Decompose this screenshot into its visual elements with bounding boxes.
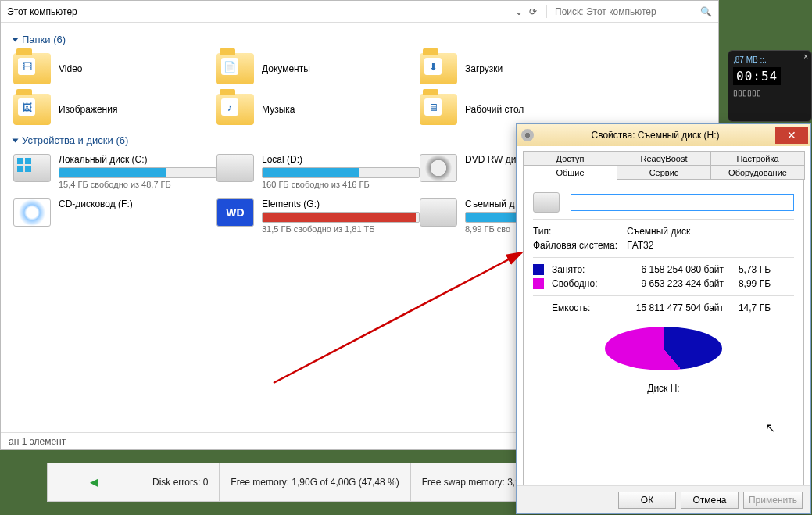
folder-name: Рабочий стол [465, 104, 524, 115]
drive-large-icon [533, 192, 560, 213]
search-icon[interactable]: 🔍 [700, 6, 712, 17]
gadget-mb: ,87 MB ::. [733, 55, 807, 64]
drive-icon [521, 129, 534, 141]
address-bar-row: Этот компьютер ⌄ ⟳ 🔍 [1, 1, 718, 23]
group-folders-count: (6) [53, 34, 66, 45]
group-folders-title: Папки [22, 34, 51, 45]
close-icon[interactable]: × [803, 52, 808, 61]
used-swatch [533, 264, 544, 275]
used-bytes: 6 158 254 080 байт [622, 264, 724, 275]
folder-item[interactable]: 🖥 Рабочий стол [420, 94, 623, 125]
folder-icon: 🎞 [13, 53, 51, 84]
refresh-icon[interactable]: ⟳ [526, 6, 540, 17]
folder-item[interactable]: 🖼 Изображения [13, 94, 216, 125]
search-box[interactable]: 🔍 [546, 5, 718, 18]
folder-icon: 🖥 [420, 94, 457, 125]
tab-hardware[interactable]: Оборудование [710, 165, 805, 180]
drive-subtext: 15,4 ГБ свободно из 48,7 ГБ [59, 180, 216, 189]
folder-name: Изображения [59, 104, 117, 115]
drive-icon [216, 154, 254, 182]
chevron-down-icon [13, 138, 19, 142]
chevron-down-icon [13, 38, 19, 41]
status-text: ан 1 элемент [9, 436, 66, 447]
tabs-row-2: Общие Сервис Оборудование [517, 165, 810, 179]
folder-icon: 🖼 [13, 94, 51, 125]
back-arrow-icon[interactable]: ◄ [88, 474, 102, 491]
drive-icon [13, 198, 51, 227]
usage-bar [59, 167, 216, 178]
group-folders-header[interactable]: Папки (6) [13, 34, 706, 45]
usage-bar [262, 167, 420, 178]
drive-subtext: 160 ГБ свободно из 416 ГБ [262, 180, 420, 189]
tab-general[interactable]: Общие [523, 165, 617, 180]
dropdown-icon[interactable]: ⌄ [512, 6, 526, 17]
folder-name: Video [59, 63, 82, 74]
drive-item[interactable]: WD Elements (G:) 31,5 ГБ свободно из 1,8… [216, 198, 420, 234]
free-swatch [533, 278, 544, 289]
drive-icon: WD [216, 198, 254, 227]
capacity-bytes: 15 811 477 504 байт [622, 302, 724, 313]
tab-general-body: Тип: Съемный диск Файловая система: FAT3… [523, 179, 804, 506]
folder-item[interactable]: 📄 Документы [216, 53, 420, 84]
tab-tools[interactable]: Сервис [617, 165, 711, 180]
folders-grid: 🎞 Video📄 Документы⬇ Загрузки🖼 Изображени… [13, 48, 706, 130]
group-drives-count: (6) [116, 134, 128, 146]
drive-subtext: 31,5 ГБ свободно из 1,81 ТБ [262, 224, 420, 234]
tab-access[interactable]: Доступ [523, 151, 617, 166]
drive-name: CD-дисковод (F:) [59, 198, 216, 209]
drive-name: Local (D:) [262, 154, 420, 165]
folder-name: Загрузки [465, 63, 503, 74]
tab-readyboost[interactable]: ReadyBoost [617, 151, 711, 166]
drive-name: Локальный диск (C:) [59, 154, 216, 165]
drive-icon [13, 154, 51, 182]
type-value: Съемный диск [627, 226, 690, 237]
folder-item[interactable]: ♪ Музыка [216, 94, 420, 125]
free-memory: Free memory: 1,90G of 4,00G (47,48 %) [220, 463, 410, 501]
dialog-titlebar[interactable]: Свойства: Съемный диск (H:) ✕ [517, 124, 810, 146]
drive-name-input[interactable] [571, 194, 794, 211]
folder-icon: ⬇ [420, 53, 457, 84]
tab-custom[interactable]: Настройка [710, 151, 805, 166]
folder-name: Музыка [262, 104, 295, 115]
close-button[interactable]: ✕ [775, 127, 808, 144]
usage-bar [262, 212, 420, 223]
folder-icon: ♪ [216, 94, 254, 125]
group-drives-title: Устройства и диски [22, 134, 113, 146]
dialog-buttons: ОК Отмена Применить [517, 485, 810, 513]
ok-button[interactable]: ОК [618, 492, 676, 509]
address-bar[interactable]: Этот компьютер ⌄ ⟳ [1, 6, 546, 17]
filesystem-label: Файловая система: [533, 240, 627, 251]
free-label: Свободно: [552, 278, 622, 289]
folder-item[interactable]: 🎞 Video [13, 53, 216, 84]
folder-item[interactable]: ⬇ Загрузки [420, 53, 623, 84]
address-text: Этот компьютер [7, 6, 512, 17]
apply-button[interactable]: Применить [743, 492, 803, 509]
filesystem-value: FAT32 [627, 240, 653, 251]
used-h: 5,73 ГБ [724, 264, 771, 275]
drive-item[interactable]: Local (D:) 160 ГБ свободно из 416 ГБ [216, 154, 420, 189]
cursor-icon: ↖ [765, 420, 775, 435]
free-bytes: 9 653 223 424 байт [622, 278, 724, 289]
used-label: Занято: [552, 264, 622, 275]
drive-item[interactable]: Локальный диск (C:) 15,4 ГБ свободно из … [13, 154, 216, 189]
gadget-clock: 00:54 [733, 67, 781, 85]
drive-item[interactable]: CD-дисковод (F:) [13, 198, 216, 234]
properties-dialog: Свойства: Съемный диск (H:) ✕ Доступ Rea… [516, 123, 811, 514]
drive-icon [420, 154, 457, 182]
free-h: 8,99 ГБ [724, 278, 771, 289]
search-input[interactable] [553, 5, 700, 18]
disk-errors: Disk errors: 0 [141, 463, 220, 501]
drive-name: Elements (G:) [262, 198, 420, 209]
folder-icon: 📄 [216, 53, 254, 84]
capacity-label: Емкость: [552, 302, 622, 313]
cancel-button[interactable]: Отмена [681, 492, 739, 509]
folder-name: Документы [262, 63, 310, 74]
capacity-h: 14,7 ГБ [724, 302, 771, 313]
pie-chart: Диск H: [533, 327, 794, 394]
tabs-row-1: Доступ ReadyBoost Настройка [517, 146, 810, 165]
dialog-title: Свойства: Съемный диск (H:) [540, 130, 771, 141]
pie-label: Диск H: [533, 383, 794, 394]
drive-icon [420, 198, 457, 227]
type-label: Тип: [533, 226, 627, 237]
desktop-gadget[interactable]: × ,87 MB ::. 00:54 ▯▯▯▯▯▯ [728, 50, 812, 122]
